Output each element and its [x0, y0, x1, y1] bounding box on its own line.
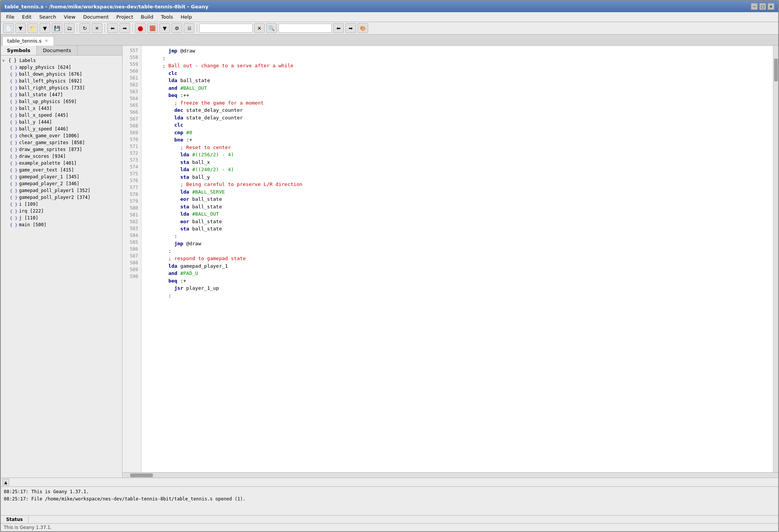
debug-button[interactable]: 🖥	[184, 23, 194, 33]
line-number-559: 559	[126, 61, 138, 68]
navigate-back-button[interactable]: ⬅	[107, 23, 118, 33]
color-picker-button[interactable]: 🎨	[358, 23, 368, 33]
replace-input[interactable]	[278, 24, 332, 33]
main-area: Symbols Documents ▼ { } Labels { }apply_…	[1, 46, 778, 478]
func-icon: { }	[10, 99, 17, 104]
tree-item-irq[interactable]: { }irq [222]	[1, 208, 122, 214]
tree-item-gamepad_player_1[interactable]: { }gamepad_player_1 [345]	[1, 173, 122, 180]
menu-project[interactable]: Project	[113, 13, 136, 21]
run-button[interactable]: ⚙	[172, 23, 182, 33]
func-icon: { }	[10, 147, 17, 152]
new-file-button[interactable]: 📄	[3, 23, 14, 33]
tree-item-i[interactable]: { }i [109]	[1, 201, 122, 208]
func-icon: { }	[10, 195, 17, 200]
tree-item-ball_x[interactable]: { }ball_x [443]	[1, 105, 122, 112]
tree-item-gamepad_player_2[interactable]: { }gamepad_player_2 [346]	[1, 180, 122, 187]
open-dropdown-button[interactable]: ▼	[40, 23, 50, 33]
window-title: table_tennis.s - /home/mike/workspace/ne…	[5, 4, 208, 10]
tree-item-ball_up_physics[interactable]: { }ball_up_physics [659]	[1, 98, 122, 105]
new-dropdown-button[interactable]: ▼	[15, 23, 26, 33]
code-line-568: cmp #0	[145, 129, 770, 137]
tree-item-j[interactable]: { }j [110]	[1, 214, 122, 221]
save-all-button[interactable]: 🗂	[64, 23, 75, 33]
bottom-status-text: This is Geany 1.37.1.	[4, 525, 52, 530]
func-icon: { }	[10, 175, 17, 179]
close-button[interactable]: ✕	[768, 3, 774, 10]
line-number-585: 585	[126, 239, 138, 246]
tree-item-main[interactable]: { }main [500]	[1, 221, 122, 228]
tree-root-labels[interactable]: ▼ { } Labels	[1, 57, 122, 64]
build-button[interactable]: 🧱	[147, 23, 158, 33]
tree-item-ball_y_speed[interactable]: { }ball_y_speed [446]	[1, 125, 122, 132]
search-execute-button[interactable]: 🔍	[266, 23, 277, 33]
code-line-557: jmp @draw	[145, 47, 770, 55]
vertical-scrollbar[interactable]	[773, 46, 778, 472]
tree-item-ball_y[interactable]: { }ball_y [444]	[1, 119, 122, 125]
func-icon: { }	[10, 216, 17, 221]
menu-search[interactable]: Search	[36, 13, 59, 21]
open-file-button[interactable]: 📁	[27, 23, 38, 33]
minimize-button[interactable]: ─	[751, 3, 758, 10]
tree-item-ball_x_speed[interactable]: { }ball_x_speed [445]	[1, 112, 122, 119]
build-dropdown-button[interactable]: ▼	[159, 23, 170, 33]
replace-forward-button[interactable]: ➡	[345, 23, 356, 33]
code-content[interactable]: jmp @draw : ; Ball out - change to a ser…	[141, 46, 773, 472]
sidebar-tab-documents[interactable]: Documents	[37, 46, 78, 55]
tree-item-ball_state[interactable]: { }ball_state [447]	[1, 91, 122, 98]
search-clear-button[interactable]: ✕	[254, 23, 265, 33]
func-icon: { }	[10, 209, 17, 214]
tree-item-gamepad_poll_player1[interactable]: { }gamepad_poll_player1 [352]	[1, 187, 122, 194]
func-icon: { }	[10, 127, 17, 132]
menu-help[interactable]: Help	[178, 13, 195, 21]
v-scroll-thumb[interactable]	[774, 59, 778, 81]
tree-item-game_over_text[interactable]: { }game_over_text [415]	[1, 167, 122, 173]
menu-build[interactable]: Build	[138, 13, 156, 21]
line-number-583: 583	[126, 225, 138, 232]
menu-document[interactable]: Document	[80, 13, 111, 21]
menu-file[interactable]: File	[3, 13, 17, 21]
status-tab-status[interactable]: Status	[1, 516, 29, 523]
tree-item-draw_game_sprites[interactable]: { }draw_game_sprites [873]	[1, 146, 122, 153]
toolbar-separator-4	[197, 24, 197, 32]
func-icon: { }	[10, 92, 17, 97]
toolbar: 📄 ▼ 📁 ▼ 💾 🗂 ↻ ✕ ⬅ ➡ ⬤ 🧱 ▼ ⚙ 🖥 ✕ 🔍 ⬅ ➡ 🎨	[1, 22, 778, 35]
line-number-560: 560	[126, 68, 138, 75]
func-icon: { }	[10, 79, 17, 84]
line-number-589: 589	[126, 266, 138, 273]
line-number-582: 582	[126, 218, 138, 225]
tree-item-check_game_over[interactable]: { }check_game_over [1006]	[1, 132, 122, 139]
tree-item-apply_physics[interactable]: { }apply_physics [624]	[1, 64, 122, 71]
tree-root-label: { } Labels	[8, 58, 36, 63]
tree-item-ball_down_physics[interactable]: { }ball_down_physics [676]	[1, 71, 122, 78]
compile-button[interactable]: ⬤	[135, 23, 146, 33]
tree-item-gamepad_poll_player2[interactable]: { }gamepad_poll_player2 [374]	[1, 194, 122, 201]
replace-back-button[interactable]: ⬅	[333, 23, 344, 33]
status-scroll-up[interactable]: ▲	[2, 479, 9, 486]
maximize-button[interactable]: □	[759, 3, 766, 10]
save-file-button[interactable]: 💾	[52, 23, 62, 33]
code-line-580: eor ball_state	[145, 218, 770, 226]
menu-edit[interactable]: Edit	[19, 13, 35, 21]
tree-item-draw_scores[interactable]: { }draw_scores [934]	[1, 153, 122, 160]
navigate-forward-button[interactable]: ➡	[119, 23, 130, 33]
tree-item-ball_left_physics[interactable]: { }ball_left_physics [692]	[1, 78, 122, 84]
tree-item-ball_right_physics[interactable]: { }ball_right_physics [733]	[1, 84, 122, 91]
line-number-561: 561	[126, 75, 138, 81]
h-scroll-thumb[interactable]	[130, 473, 153, 477]
tab-table-tennis[interactable]: table_tennis.s ✕	[2, 36, 54, 46]
search-input[interactable]	[199, 24, 253, 33]
status-panel: ▲ 08:25:17: This is Geany 1.37.1.08:25:1…	[1, 478, 778, 523]
sidebar-tab-symbols[interactable]: Symbols	[1, 46, 37, 55]
code-line-571: lda #((256/2) - 4)	[145, 151, 770, 159]
menu-bar: File Edit Search View Document Project B…	[1, 12, 778, 22]
line-numbers: 5575585595605615625635645655665675685695…	[122, 46, 141, 472]
menu-tools[interactable]: Tools	[158, 13, 176, 21]
reload-button[interactable]: ↻	[79, 23, 90, 33]
menu-view[interactable]: View	[61, 13, 79, 21]
tree-item-example_palette[interactable]: { }example_palette [401]	[1, 160, 122, 167]
tab-close-button[interactable]: ✕	[44, 38, 49, 43]
horizontal-scrollbar[interactable]	[122, 472, 778, 478]
func-icon: { }	[10, 168, 17, 173]
close-button[interactable]: ✕	[92, 23, 102, 33]
tree-item-clear_game_sprites[interactable]: { }clear_game_sprites [858]	[1, 139, 122, 146]
